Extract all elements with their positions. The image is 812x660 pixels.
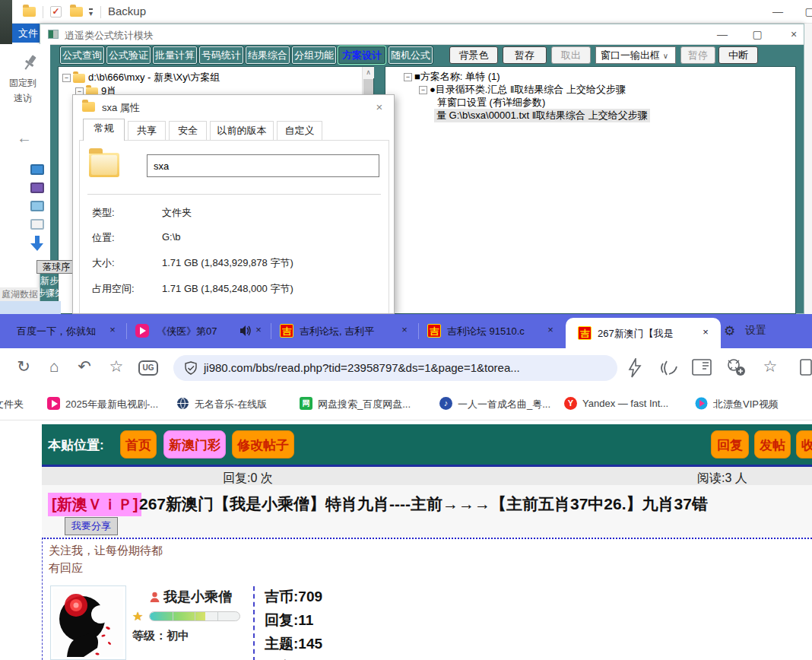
background-color-button[interactable]: 背景色: [449, 46, 498, 64]
pin-icon[interactable]: [21, 53, 38, 73]
side-panel-icon[interactable]: [800, 359, 812, 376]
reading-mode-icon[interactable]: [692, 359, 712, 376]
plan-tree-row-2[interactable]: −●目录循环类.汇总 ‖取结果综合 上交给父步骤: [419, 83, 626, 97]
reply-button[interactable]: 回复: [711, 430, 749, 459]
tab-formula-query[interactable]: 公式查询: [60, 46, 104, 64]
lightning-icon[interactable]: [626, 358, 643, 378]
toolbar-caret-icon[interactable]: ▾: [89, 8, 93, 17]
step-type-label[interactable]: 步骤类: [36, 287, 64, 300]
audio-playing-icon[interactable]: [240, 325, 252, 336]
minimize-icon[interactable]: —: [771, 5, 785, 17]
home-icon[interactable]: ⌂: [44, 357, 64, 376]
browser-tab-video[interactable]: 《侠医》第07 ×: [129, 314, 268, 348]
tree-collapse-icon[interactable]: −: [404, 73, 412, 81]
shield-check-icon[interactable]: [184, 361, 198, 375]
tab-result-combine[interactable]: 结果综合: [246, 46, 290, 64]
star-icon[interactable]: ☆: [106, 357, 126, 376]
bookmark-add-icon[interactable]: ☆: [760, 357, 780, 376]
tab-close-icon[interactable]: ×: [398, 324, 411, 335]
plan-tree-row-3[interactable]: 算窗口设置 (有详细参数): [437, 96, 545, 109]
tab-number-stats[interactable]: 号码统计: [199, 46, 243, 64]
vip-video-icon: [695, 397, 708, 410]
tab-previous-versions[interactable]: 以前的版本: [210, 121, 274, 140]
drop-order-button[interactable]: 落球序: [36, 260, 76, 274]
bookmark-music[interactable]: 无名音乐-在线版: [195, 398, 267, 411]
tree-collapse-icon[interactable]: −: [419, 86, 427, 94]
stash-button[interactable]: 暂存: [503, 46, 547, 64]
bookmark-yandex[interactable]: Yandex — fast Int...: [582, 398, 668, 409]
video-file-icon[interactable]: [30, 182, 44, 193]
output-window-select[interactable]: 窗口一输出框 ∨: [595, 46, 676, 64]
ug-extension-icon[interactable]: UG: [138, 360, 158, 376]
checkmark-icon[interactable]: ✓: [50, 6, 62, 17]
app-titlebar[interactable]: 逍遥类公式统计模块 — ▢ ×: [40, 24, 804, 45]
plan-tree-row-1[interactable]: −■方案名称: 单特 (1): [404, 70, 500, 84]
tab-plan-design[interactable]: 方案设计: [338, 46, 385, 64]
read-aloud-icon[interactable]: [658, 359, 678, 377]
bookmark-netdisk[interactable]: 网盘搜索_百度网盘...: [318, 398, 411, 411]
tab-label: 吉利论坛 91510.c: [447, 325, 525, 338]
vip-tag: [新澳ＶｉＰ]: [48, 493, 141, 516]
monitor-icon[interactable]: [30, 164, 44, 175]
reload-icon[interactable]: ↻: [14, 357, 33, 376]
tab-formula-verify[interactable]: 公式验证: [106, 46, 151, 64]
tab-batch-calc[interactable]: 批量计算: [153, 46, 197, 64]
new-post-button[interactable]: 发帖: [754, 430, 791, 459]
tab-sharing[interactable]: 共享: [128, 121, 166, 140]
tree-collapse-icon[interactable]: −: [62, 74, 71, 82]
tab-strip: 百度一下，你就知 × 《侠医》第07 × 吉 吉利论坛, 吉利平 × 吉 吉利论…: [0, 314, 812, 348]
bookmark-vip-video[interactable]: 北漂鱼VIP视频: [713, 398, 779, 411]
username[interactable]: 我是小乘僧: [149, 588, 232, 606]
browser-tab-baidu[interactable]: 百度一下，你就知 ×: [5, 314, 123, 348]
undo-icon[interactable]: ↶: [75, 357, 94, 376]
app-title: 逍遥类公式统计模块: [65, 29, 154, 43]
avatar: [50, 585, 126, 660]
folder-icon[interactable]: [70, 7, 83, 17]
close-icon[interactable]: ×: [787, 28, 801, 40]
extension-add-icon[interactable]: [725, 357, 747, 377]
type-label: 类型:: [92, 206, 115, 220]
folder-name-input[interactable]: [147, 154, 379, 177]
tab-customize[interactable]: 自定义: [277, 121, 322, 140]
window-edge-strip: [0, 301, 61, 314]
back-arrow-icon[interactable]: ←: [17, 129, 32, 147]
tab-close-icon[interactable]: ×: [106, 324, 119, 335]
tab-random-formula[interactable]: 随机公式: [389, 46, 433, 64]
new-step-label[interactable]: 新步骤: [40, 274, 68, 287]
app-icon: [48, 30, 59, 39]
tab-close-icon[interactable]: ×: [699, 326, 712, 338]
nav-board-button[interactable]: 新澳门彩: [163, 430, 226, 459]
picture-file-icon[interactable]: [30, 201, 44, 211]
tab-general[interactable]: 常规: [83, 119, 125, 141]
interrupt-button[interactable]: 中断: [718, 46, 758, 64]
nav-home-button[interactable]: 首页: [120, 430, 157, 459]
tab-close-icon[interactable]: ×: [544, 324, 557, 335]
maximize-icon[interactable]: ▢: [750, 28, 764, 40]
location-label: 位置:: [92, 231, 115, 245]
tab-security[interactable]: 安全: [169, 121, 207, 140]
browser-tab-active[interactable]: 吉 267新澳门【我是 ×: [566, 318, 721, 348]
share-button[interactable]: 我要分享: [65, 517, 118, 535]
minimize-icon[interactable]: —: [715, 28, 729, 40]
bookmark-tv[interactable]: 2025年最新电视剧-...: [65, 398, 158, 411]
document-file-icon[interactable]: [30, 219, 44, 230]
settings-tab[interactable]: ⚙ 设置: [724, 323, 766, 339]
bookmark-folder[interactable]: 文件夹: [0, 398, 24, 411]
right-window-edge: [804, 24, 812, 314]
bookmark-songs[interactable]: 一人一首成名曲_粤...: [458, 398, 550, 411]
scroll-up-icon[interactable]: ∧: [363, 67, 374, 78]
browser-tab-jili-1[interactable]: 吉 吉利论坛, 吉利平 ×: [274, 314, 415, 348]
maximize-icon[interactable]: ▢: [803, 5, 812, 17]
tree-row-root[interactable]: −d:\b\666\mxy - 新奥\Xy\方案组: [62, 71, 220, 84]
tab-group-function[interactable]: 分组功能: [292, 46, 336, 64]
type-value: 文件夹: [162, 206, 192, 220]
edit-post-button[interactable]: 修改帖子: [232, 430, 294, 459]
plan-tree-row-4-selected[interactable]: 量 G:\b\sxa\00001.txt ‖取结果综合 上交给父步骤: [434, 109, 650, 122]
address-bar[interactable]: ji980.com/bbs/read.php?tid=23958797&ds=1…: [173, 355, 617, 381]
favorite-button[interactable]: 收藏: [796, 430, 812, 459]
browser-toolbar: ↻ ⌂ ↶ ☆ UG ji980.com/bbs/read.php?tid=23…: [0, 348, 812, 388]
browser-tab-jili-2[interactable]: 吉 吉利论坛 91510.c ×: [421, 314, 563, 348]
close-icon[interactable]: ×: [371, 100, 388, 115]
video-site-icon: [135, 324, 149, 338]
tab-close-icon[interactable]: ×: [252, 324, 265, 335]
